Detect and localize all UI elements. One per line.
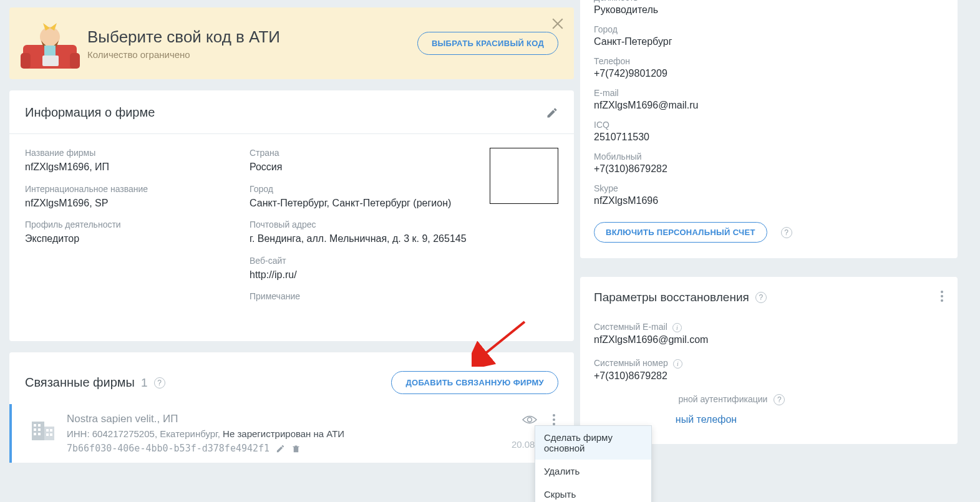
email-value: nfZXlgsM1696@mail.ru — [594, 100, 944, 111]
firm-name-label: Название фирмы — [25, 148, 250, 158]
recovery-card: Параметры восстановления ? Системный E-m… — [580, 277, 958, 444]
firm-profile-value: Экспедитор — [25, 232, 250, 246]
related-firms-card: Связанные фирмы 1 ? ДОБАВИТЬ СВЯЗАННУЮ Ф… — [9, 352, 574, 463]
svg-rect-8 — [34, 424, 36, 427]
website-value: http://ip.ru/ — [250, 268, 474, 282]
position-label: Должность — [594, 0, 944, 2]
phone-value: +7(742)9801209 — [594, 68, 944, 79]
info-icon[interactable]: i — [673, 359, 682, 369]
svg-rect-17 — [50, 433, 52, 436]
svg-rect-5 — [42, 56, 59, 66]
skype-label: Skype — [594, 183, 944, 193]
twofa-label: Включить двухфакторной аутентификации ? — [594, 394, 944, 405]
context-menu: Сделать фирму основной Удалить Скрыть — [535, 425, 652, 502]
email-label: E-mail — [594, 88, 944, 98]
promo-banner: Выберите свой код в АТИ Количество огран… — [9, 7, 574, 79]
svg-rect-12 — [34, 433, 36, 435]
firm-profile-label: Профиль деятельности — [25, 220, 250, 229]
svg-rect-15 — [50, 429, 52, 432]
sys-num-label: Системный номерi — [594, 358, 944, 369]
promo-subtitle: Количество ограничено — [87, 49, 417, 60]
contact-card: Должность Руководитель Город Санкт-Петер… — [580, 0, 958, 258]
choose-code-button[interactable]: ВЫБРАТЬ КРАСИВЫЙ КОД — [417, 32, 558, 55]
related-firm-item: Nostra sapien velit., ИП ИНН: 6042172752… — [9, 404, 574, 463]
icq-label: ICQ — [594, 120, 944, 130]
firm-image-placeholder — [490, 148, 558, 204]
help-icon[interactable]: ? — [755, 292, 767, 303]
svg-rect-13 — [38, 433, 41, 435]
country-value: Россия — [250, 160, 474, 174]
promo-title: Выберите свой код в АТИ — [87, 27, 417, 47]
eye-icon[interactable] — [522, 415, 537, 425]
svg-rect-7 — [44, 427, 54, 440]
help-icon[interactable]: ? — [154, 377, 165, 389]
phone-label: Телефон — [594, 56, 944, 66]
help-icon[interactable]: ? — [781, 227, 792, 238]
menu-delete[interactable]: Удалить — [535, 460, 651, 483]
promo-illustration — [19, 17, 81, 70]
sys-email-value: nfZXlgsM1696@gmil.com — [594, 334, 944, 345]
city-value: Санкт-Петербург, Санкт-Петербург (регион… — [250, 196, 474, 210]
mobile-value: +7(310)8679282 — [594, 163, 944, 175]
menu-make-main[interactable]: Сделать фирму основной — [535, 426, 651, 460]
country-label: Страна — [250, 148, 474, 158]
icq-value: 2510711530 — [594, 132, 944, 143]
position-value: Руководитель — [594, 4, 944, 16]
svg-rect-4 — [44, 46, 56, 57]
recovery-title: Параметры восстановления — [594, 291, 749, 304]
svg-rect-10 — [34, 428, 36, 431]
svg-rect-9 — [38, 424, 41, 427]
svg-point-18 — [528, 418, 532, 422]
mobile-label: Мобильный — [594, 152, 944, 162]
firm-info-title: Информация о фирме — [25, 105, 155, 120]
help-icon[interactable]: ? — [774, 394, 785, 405]
svg-rect-1 — [21, 53, 31, 69]
add-related-firm-button[interactable]: ДОБАВИТЬ СВЯЗАННУЮ ФИРМУ — [391, 371, 558, 394]
related-firm-hash: 7b66f030-406e-4bb0-b53f-d378fe4942f1 — [67, 443, 269, 454]
note-label: Примечание — [250, 291, 474, 301]
svg-rect-14 — [46, 429, 49, 432]
svg-rect-2 — [70, 53, 80, 69]
sys-email-label: Системный E-maili — [594, 322, 944, 332]
personal-account-button[interactable]: ВКЛЮЧИТЬ ПЕРСОНАЛЬНЫЙ СЧЕТ — [594, 222, 767, 243]
menu-hide[interactable]: Скрыть — [535, 483, 651, 502]
city-label: Город — [250, 184, 474, 194]
building-icon — [32, 419, 54, 440]
pencil-icon[interactable] — [546, 107, 558, 119]
sys-num-value: +7(310)8679282 — [594, 370, 944, 382]
contact-city-label: Город — [594, 24, 944, 34]
svg-rect-16 — [46, 433, 49, 436]
firm-name-value: nfZXlgsM1696, ИП — [25, 160, 250, 174]
add-phone-link[interactable]: Добавить мобильный телефон — [594, 414, 944, 425]
related-firm-details: ИНН: 604217275205, Екатеринбург, Не заре… — [67, 428, 512, 439]
firm-intl-label: Интернациональное название — [25, 184, 250, 194]
postal-value: г. Вендинга, алл. Мельничная, д. 3 к. 9,… — [250, 232, 474, 246]
info-icon[interactable]: i — [672, 323, 682, 332]
website-label: Веб-сайт — [250, 256, 474, 266]
related-title: Связанные фирмы — [25, 375, 135, 390]
svg-rect-11 — [38, 428, 41, 431]
postal-label: Почтовый адрес — [250, 220, 474, 229]
firm-info-card: Информация о фирме Название фирмы nfZXlg… — [9, 90, 574, 341]
related-firm-name: Nostra sapien velit., ИП — [67, 413, 512, 425]
trash-icon[interactable] — [291, 444, 301, 453]
related-count: 1 — [141, 376, 148, 390]
more-icon[interactable] — [936, 289, 946, 303]
contact-city-value: Санкт-Петербург — [594, 36, 944, 47]
close-icon[interactable] — [551, 17, 565, 31]
pencil-icon[interactable] — [276, 444, 285, 453]
firm-intl-value: nfZXlgsM1696, SP — [25, 196, 250, 210]
skype-value: nfZXlgsM1696 — [594, 195, 944, 206]
